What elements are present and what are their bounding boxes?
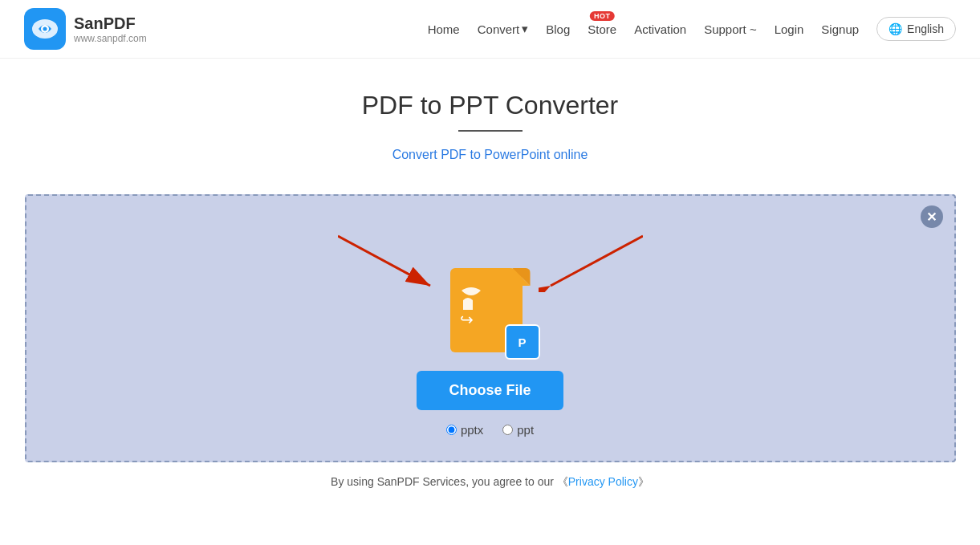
nav-login[interactable]: Login [775,22,804,36]
title-underline [458,130,523,132]
site-header: SanPDF www.sanpdf.com Home Convert ▾ Blo… [0,0,980,59]
logo-title: SanPDF [74,14,147,33]
pptx-radio[interactable] [446,425,457,435]
logo-area: SanPDF www.sanpdf.com [24,8,147,50]
page-subtitle: Convert PDF to PowerPoint online [16,148,964,162]
main-content: PDF to PPT Converter Convert PDF to Powe… [0,59,980,506]
pptx-label: pptx [461,423,483,437]
nav-support[interactable]: Support ~ [704,22,756,36]
globe-icon: 🌐 [889,22,902,35]
main-nav: Home Convert ▾ Blog HOT Store Activation… [428,17,956,41]
hot-badge: HOT [590,11,615,21]
nav-home[interactable]: Home [428,22,460,36]
nav-store-wrap: HOT Store [588,22,616,36]
format-radio-group: pptx ppt [446,423,534,437]
choose-file-button[interactable]: Choose File [417,371,563,410]
footer-note-suffix: 》 [638,475,649,488]
logo-icon [24,8,66,50]
left-arrow-icon [338,228,442,292]
ppt-radio-label[interactable]: ppt [502,423,534,437]
ppt-radio[interactable] [502,425,513,435]
page-title: PDF to PPT Converter [16,91,964,120]
nav-signup[interactable]: Signup [821,22,859,36]
drop-zone[interactable]: ✕ [25,194,956,462]
nav-activation[interactable]: Activation [634,22,686,36]
drop-inner: ↪ P Choose File pptx ppt [51,220,930,437]
convert-arrow-symbol: ↪ [460,310,474,329]
right-arrow-icon [539,228,643,292]
language-button[interactable]: 🌐 English [876,17,956,41]
logo-subtitle: www.sanpdf.com [74,33,147,44]
nav-store[interactable]: Store [588,22,616,36]
svg-line-6 [551,236,643,286]
pptx-radio-label[interactable]: pptx [446,423,483,437]
logo-text: SanPDF www.sanpdf.com [74,14,147,44]
footer-note-prefix: By using SanPDF Services, you agree to o… [331,475,568,488]
privacy-policy-link[interactable]: Privacy Policy [568,475,638,488]
ppt-badge: P [505,324,540,360]
nav-blog[interactable]: Blog [546,22,570,36]
svg-line-4 [338,236,430,286]
language-label: English [907,22,944,35]
svg-point-2 [43,27,47,31]
footer-note: By using SanPDF Services, you agree to o… [16,475,964,490]
file-icon: ↪ P [450,268,531,356]
ppt-label: ppt [517,423,534,437]
nav-convert[interactable]: Convert ▾ [478,22,529,36]
